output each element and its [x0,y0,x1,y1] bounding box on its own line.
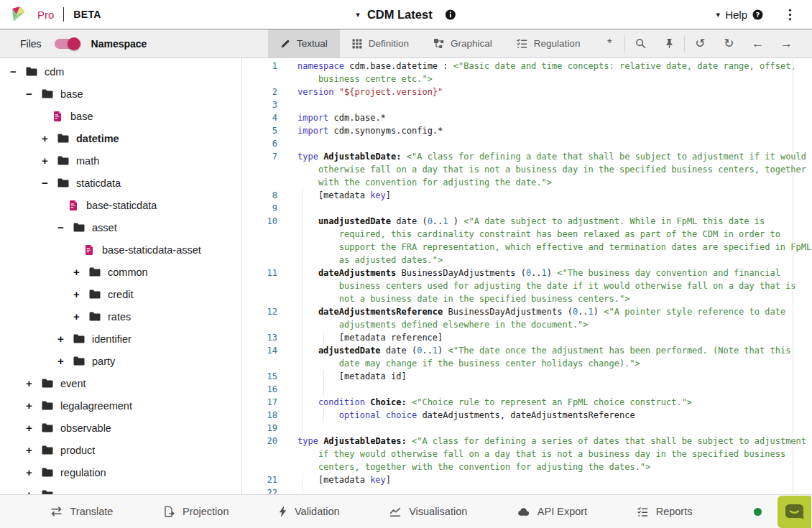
expand-plus-icon[interactable]: + [73,266,89,278]
folder-icon [57,178,69,187]
line-number: 16 [243,383,287,396]
expand-plus-icon[interactable]: + [26,466,42,478]
tree-item-rates[interactable]: +rates [0,305,241,328]
code-text: version "${project.version}" [297,85,812,98]
folder-icon [89,312,101,321]
tree-item-event[interactable]: +event [0,372,241,394]
kebab-menu-button[interactable] [788,9,792,21]
folder-icon [57,156,69,165]
tree-item-partial[interactable]: + [0,483,241,494]
tree-item-base-staticdata-asset[interactable]: base-staticdata-asset [0,238,241,261]
tree-item-asset[interactable]: −asset [0,216,241,238]
separator [624,36,625,52]
collapse-minus-icon[interactable]: − [57,221,73,233]
tree-item-base-staticdata[interactable]: base-staticdata [0,194,241,216]
tab-label: Textual [297,38,328,49]
files-namespace-switch: Files Namespace [0,29,262,57]
line-number: 22 [243,486,287,494]
separator [684,36,685,52]
tree-item-party[interactable]: +party [0,350,241,372]
zoom-in-button[interactable]: + [801,29,812,57]
tree-item-base[interactable]: −base [0,83,241,105]
expand-plus-icon[interactable]: + [26,444,42,456]
tree-item-label: base-staticdata [86,200,157,211]
files-namespace-toggle[interactable] [55,39,78,49]
expand-plus-icon[interactable]: + [57,355,73,367]
scrollbar-gutter-divider [793,58,793,494]
help-menu[interactable]: Help [725,9,747,21]
tab-definition[interactable]: Definition [340,29,421,57]
graph-icon [433,38,444,49]
code-line: 17condition Choice: <"Choice rule to rep… [243,396,812,409]
expand-plus-icon[interactable]: + [26,488,42,494]
bottombar-item-reports[interactable]: Reports [637,506,693,517]
tree-item-label: common [108,267,148,278]
pin-icon [664,38,675,49]
expand-plus-icon[interactable]: + [42,132,57,144]
tree-item-observable[interactable]: +observable [0,417,241,439]
bottombar-item-api-export[interactable]: API Export [517,506,587,517]
beta-badge: BETA [73,9,101,20]
namespace-tree[interactable]: −cdm−basebase+datetime+math−staticdataba… [0,58,242,494]
asterisk-button[interactable]: * [595,29,624,57]
folder-icon [42,445,53,455]
code-text: adjustedDate date (0..1) <"The date once… [297,344,812,370]
pin-button[interactable] [655,29,683,57]
expand-plus-icon[interactable]: + [73,288,89,300]
tree-item-datetime[interactable]: +datetime [0,127,241,149]
code-line: 16 [243,383,812,396]
tree-item-cdm[interactable]: −cdm [0,60,241,83]
tree-item-label: base [60,88,83,100]
nav-forward-button[interactable]: → [772,29,801,57]
bottombar-item-label: Visualisation [409,506,467,517]
bottombar-item-validation[interactable]: Validation [279,506,340,517]
bottombar-item-translate[interactable]: Translate [50,506,114,517]
expand-plus-icon[interactable]: + [26,399,42,412]
tree-item-identifier[interactable]: +identifier [0,328,241,350]
tree-item-math[interactable]: +math [0,149,241,172]
bottombar-item-visualisation[interactable]: Visualisation [389,506,467,517]
collapse-minus-icon[interactable]: − [42,177,57,189]
info-icon[interactable] [446,9,456,20]
tree-item-label: math [76,155,99,167]
line-number: 14 [243,344,287,370]
tree-item-staticdata[interactable]: −staticdata [0,172,241,194]
help-icon[interactable]: ? [752,9,763,20]
line-number: 15 [243,370,287,383]
bottombar-item-projection[interactable]: Projection [163,506,229,517]
tree-item-common[interactable]: +common [0,261,241,283]
kebab-menu-icon [788,9,792,21]
tab-regulation[interactable]: Regulation [504,29,593,57]
asterisk-icon: * [607,37,612,51]
editor-actions: *↺↻←→+− [595,29,812,57]
collapse-minus-icon[interactable]: − [10,65,26,78]
expand-plus-icon[interactable]: + [26,377,42,389]
expand-plus-icon[interactable]: + [42,154,57,167]
tree-item-legalagreement[interactable]: +legalagreement [0,394,241,417]
model-selector[interactable]: ▾ CDM Latest [356,8,456,22]
tree-item-base[interactable]: base [0,105,241,127]
tab-textual[interactable]: Textual [268,29,340,57]
indent-guide [303,202,303,215]
expand-plus-icon[interactable]: + [57,333,73,345]
chat-widget-button[interactable] [778,496,811,528]
tree-item-label: party [92,356,115,367]
line-number: 7 [243,150,287,189]
nav-back-button[interactable]: ← [743,29,772,57]
code-editor[interactable]: 1namespace cdm.base.datetime : <"Basic d… [243,58,812,494]
tree-item-label: identifier [92,333,132,345]
svg-text:?: ? [756,10,760,18]
expand-plus-icon[interactable]: + [26,422,42,434]
search-button[interactable] [626,29,655,57]
redo-button[interactable]: ↻ [714,29,743,57]
tree-item-regulation[interactable]: +regulation [0,461,241,483]
tab-label: Graphical [451,38,492,49]
tree-item-credit[interactable]: +credit [0,283,241,305]
line-number: 19 [243,422,287,435]
tab-graphical[interactable]: Graphical [421,29,504,57]
collapse-minus-icon[interactable]: − [26,88,42,100]
undo-button[interactable]: ↺ [686,29,714,57]
expand-plus-icon[interactable]: + [73,310,89,323]
code-line: 22 [243,486,812,494]
tree-item-product[interactable]: +product [0,439,241,461]
